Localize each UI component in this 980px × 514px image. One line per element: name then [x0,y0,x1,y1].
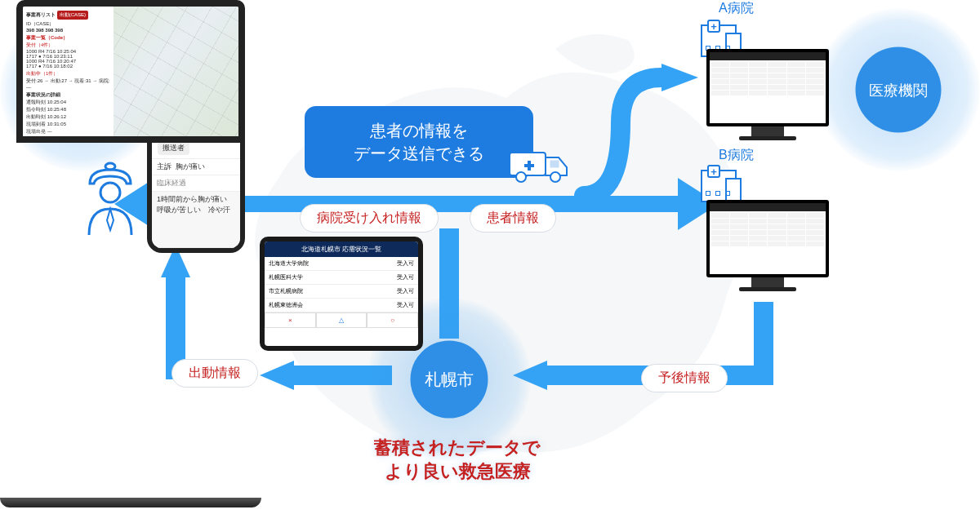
tablet-row3-status: 受入可 [397,301,414,309]
phone-chief-value: 胸が痛い [176,162,205,171]
tablet-btn-o: ○ [367,312,418,328]
monitor-b [706,200,829,294]
hospital-b-icon: + [694,162,743,202]
phone-history-label: 臨床経過 [152,175,240,192]
phone-history-1: 1時間前から胸が痛い [157,195,227,203]
callout-line2: データ送信できる [354,144,484,162]
svg-point-8 [550,172,560,182]
laptop-detail0: 通報時刻 10:25:04 [26,99,110,106]
laptop-mockup: 事案再リスト 出動(CASE) ID（CASE） 398 398 398 398… [0,0,261,163]
laptop-list-title: 事案一覧（Code） [26,34,110,42]
tablet-row2-name: 市立札幌病院 [269,287,303,295]
label-dispatch-info: 出動情報 [172,359,258,388]
tablet-row3-name: 札幌東徳洲会 [269,301,303,309]
laptop-item3: 1717 ● 7/16 10:18:02 [26,64,110,69]
tagline-line1: 蓄積されたデータで [374,437,541,458]
ambulance-icon [506,143,572,184]
label-patient-info: 患者情報 [470,204,556,233]
hospital-b-label: B病院 [719,147,754,164]
tablet-title: 北海道札幌市 応需状況一覧 [265,241,418,257]
monitor-a [706,49,829,143]
tablet-row0-name: 北海道大学病院 [269,259,309,268]
laptop-detail2: 出動時刻 10:26:12 [26,113,110,121]
tablet-row0-status: 受入可 [397,259,414,268]
svg-rect-6 [525,148,532,153]
tagline: 蓄積されたデータで より良い救急医療 [343,436,572,483]
svg-point-7 [516,172,526,182]
phone-dept-label: 搬送者 [158,141,189,155]
tablet-btn-tri: △ [316,312,368,328]
label-prognosis-info: 予後情報 [641,364,728,392]
laptop-map-icon [114,7,238,136]
tablet-btn-x: × [265,312,316,328]
paramedic-icon [78,155,143,237]
phone-history-2: 呼吸が苦しい 冷や汗 [157,206,230,214]
laptop-detail-title: 事案状況の詳細 [26,91,110,99]
laptop-detail5: 病院到着 — [26,135,110,136]
laptop-staged: 受付:26 → 出動:27 → 現着:31 → 病院:— [26,78,110,90]
node-medical-inst: 医療機関 [817,8,980,171]
laptop-code-label: ID（CASE） [26,21,54,26]
node-city-label: 札幌市 [425,369,474,391]
label-acceptance-info: 病院受け入れ情報 [300,204,439,233]
laptop-header: 事案再リスト [26,12,56,17]
svg-rect-5 [550,161,559,167]
laptop-codes: 398 398 398 398 [26,28,110,33]
laptop-badge: 出動(CASE) [57,11,88,20]
tablet-row1-status: 受入可 [397,273,414,281]
svg-point-10 [100,183,120,202]
node-medical-label: 医療機関 [869,80,928,100]
tagline-line2: より良い救急医療 [385,461,531,481]
laptop-stationed-title: 出動中（1件） [26,70,110,78]
tablet-row1-name: 札幌医科大学 [269,273,303,281]
laptop-reception-title: 受付（4件） [26,42,110,49]
hospital-a-label: A病院 [719,0,754,17]
laptop-detail4: 現場出発 — [26,128,110,135]
callout-data-send: 患者の情報を データ送信できる [305,106,533,178]
tablet-mockup: 北海道札幌市 応需状況一覧 北海道大学病院受入可 札幌医科大学受入可 市立札幌病… [260,237,423,351]
phone-chief-label: 主訴 [157,162,172,171]
tablet-row2-status: 受入可 [397,287,414,295]
callout-line1: 患者の情報を [370,122,468,140]
laptop-detail1: 指令時刻 10:25:48 [26,106,110,113]
svg-point-9 [105,163,115,170]
laptop-detail3: 現場到着 10:31:05 [26,121,110,128]
